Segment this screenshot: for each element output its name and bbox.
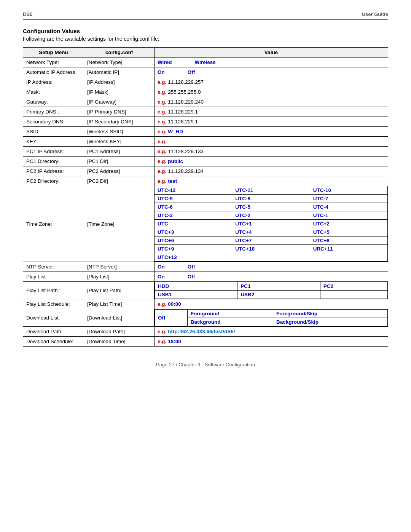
- value-cell: e.g.public: [155, 157, 388, 166]
- eg-label: e.g.: [158, 119, 166, 125]
- col-header-config: config.conf: [84, 48, 155, 58]
- eg-label: e.g.: [158, 79, 166, 85]
- config-cell: [Time Zone]: [84, 186, 155, 262]
- utc-value: UTC+2: [310, 220, 388, 228]
- setup-cell: Primary DNS :: [23, 107, 84, 117]
- config-cell: [IP Address]: [84, 77, 155, 87]
- dl-background: Background: [187, 318, 273, 326]
- value-cell: OnOff: [155, 262, 388, 272]
- value-text: public: [168, 158, 183, 164]
- utc-value: UTC+6: [155, 236, 232, 245]
- config-cell: [Automatic IP]: [84, 67, 155, 77]
- utc-value: UTC+1: [232, 220, 310, 228]
- col-header-setup: Setup Menu: [23, 48, 84, 58]
- value-cell: e.g.11.128.229.240: [155, 97, 388, 107]
- eg-label: e.g.: [158, 329, 166, 334]
- utc-value: UTC-6: [155, 203, 232, 211]
- value-text: 00:00: [168, 301, 181, 307]
- value-cell: e.g.: [155, 137, 388, 147]
- value-option1: On: [158, 69, 165, 75]
- table-row: Network Type:[NetWork Type]WiredWireless: [23, 58, 388, 67]
- table-row: Time Zone:[Time Zone]UTC-12UTC-11UTC-10U…: [23, 186, 388, 262]
- eg-label: e.g.: [158, 109, 166, 115]
- value-cell: OnOff: [155, 67, 388, 77]
- dl-background-skip: Background/Skip: [273, 318, 387, 326]
- value-cell: HDDPC1PC2USB1USB2: [155, 282, 388, 299]
- eg-label: e.g.: [158, 178, 166, 184]
- config-cell: [Wireless SSID]: [84, 127, 155, 137]
- utc-value: UTC-9: [155, 195, 232, 203]
- value-option1: On: [158, 264, 165, 270]
- setup-cell: PC1 Directory:: [23, 157, 84, 166]
- setup-cell: Automatic IP Address:: [23, 67, 84, 77]
- utc-value: UTC+3: [155, 228, 232, 236]
- value-option1: On: [158, 274, 165, 280]
- path-option: USB2: [237, 291, 320, 299]
- value-cell: e.g.11.128.229.257: [155, 77, 388, 87]
- value-text: test: [168, 178, 177, 184]
- utc-value: UTC+10: [232, 245, 310, 253]
- value-text: 11.128.229.133: [168, 149, 204, 154]
- config-cell: [Wireless KEY]: [84, 137, 155, 147]
- setup-cell: PC2 Directory:: [23, 176, 84, 186]
- path-option: [320, 291, 387, 299]
- value-text: 18:00: [168, 339, 181, 344]
- page-footer: Page 27 / Chapter 3 - Software Configura…: [23, 362, 388, 367]
- utc-value: URC+11: [310, 245, 388, 253]
- value-cell: UTC-12UTC-11UTC-10UTC-9UTC-8UTC-7UTC-6UT…: [155, 186, 388, 262]
- header-title-left: DS5: [23, 11, 32, 17]
- utc-value: UTC-3: [155, 211, 232, 220]
- eg-label: e.g.: [158, 129, 166, 134]
- table-row: Automatic IP Address:[Automatic IP]OnOff: [23, 67, 388, 77]
- eg-label: e.g.: [158, 158, 166, 164]
- value-cell: e.g.18:00: [155, 337, 388, 347]
- header-title-right: User Guide: [362, 11, 388, 17]
- value-cell: e.g.11.128.229.134: [155, 166, 388, 176]
- eg-label: e.g.: [158, 149, 166, 154]
- eg-label: e.g.: [158, 168, 166, 174]
- eg-label: e.g.: [158, 139, 166, 144]
- table-row: SSID:[Wireless SSID]e.g.W_HD: [23, 127, 388, 137]
- setup-cell: Play List Schedule:: [23, 299, 84, 309]
- eg-label: e.g.: [158, 99, 166, 105]
- config-cell: [Play List Path]: [84, 282, 155, 299]
- dl-foreground-skip: Foreground/Skip: [273, 310, 387, 318]
- config-cell: [Play List]: [84, 272, 155, 282]
- utc-value: UTC+8: [310, 236, 388, 245]
- table-row: Primary DNS :[IP Primary DNS]e.g.11.128.…: [23, 107, 388, 117]
- value-cell: e.g.test: [155, 176, 388, 186]
- config-cell: [NetWork Type]: [84, 58, 155, 67]
- config-cell: [Download List]: [84, 309, 155, 327]
- utc-value: [310, 253, 388, 262]
- setup-cell: Network Type:: [23, 58, 84, 67]
- config-table: Setup Menu config.conf Value Network Typ…: [23, 47, 388, 347]
- value-cell: e.g.11.128.229.1: [155, 107, 388, 117]
- eg-label: e.g.: [158, 339, 166, 344]
- utc-value: UTC+7: [232, 236, 310, 245]
- eg-label: e.g.: [158, 89, 166, 95]
- value-option2: Wireless: [194, 59, 215, 65]
- utc-value: UTC-8: [232, 195, 310, 203]
- value-text: 11.128.229.1: [168, 109, 198, 115]
- utc-value: [232, 253, 310, 262]
- table-row: Download Schedule:[Download Time]e.g.18:…: [23, 337, 388, 347]
- setup-cell: Secondary DNS:: [23, 117, 84, 127]
- table-row: Play List:[Play List]OnOff: [23, 272, 388, 282]
- value-cell: e.g.http://62.26.333.66/test/dS5/: [155, 327, 388, 337]
- section-title: Configuration Values: [23, 28, 388, 34]
- utc-value: UTC-12: [155, 186, 232, 195]
- config-cell: [Download Time]: [84, 337, 155, 347]
- utc-value: UTC-7: [310, 195, 388, 203]
- config-cell: [Download Path]: [84, 327, 155, 337]
- value-option2: Off: [188, 69, 195, 75]
- page-header: DS5 User Guide: [23, 11, 388, 20]
- utc-value: UTC-4: [310, 203, 388, 211]
- table-row: Play List Path :[Play List Path]HDDPC1PC…: [23, 282, 388, 299]
- config-cell: [IP Mask]: [84, 87, 155, 97]
- value-cell: e.g.W_HD: [155, 127, 388, 137]
- value-option2: Off: [188, 264, 195, 270]
- value-text: 11.128.229.1: [168, 119, 198, 125]
- col-header-value: Value: [155, 48, 388, 58]
- utc-value: UTC+9: [155, 245, 232, 253]
- value-link: http://62.26.333.66/test/dS5/: [168, 329, 235, 334]
